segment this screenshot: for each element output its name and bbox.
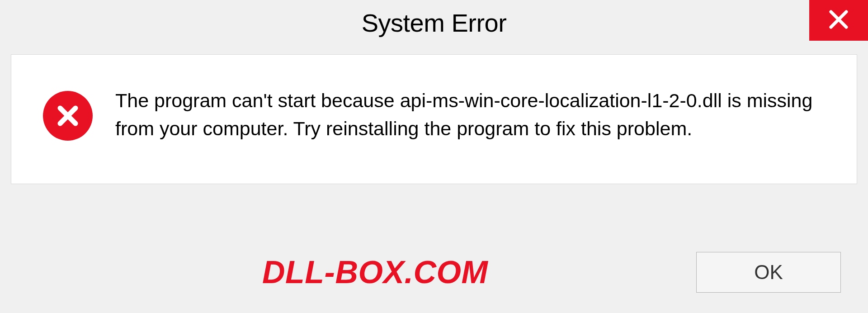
close-icon [828, 9, 849, 32]
error-icon [43, 91, 93, 141]
dialog-title: System Error [362, 8, 507, 38]
titlebar: System Error [0, 0, 868, 45]
watermark-text: DLL-BOX.COM [262, 254, 488, 290]
close-button[interactable] [809, 0, 868, 41]
content-area: The program can't start because api-ms-w… [11, 54, 857, 184]
ok-button[interactable]: OK [696, 252, 841, 293]
error-message: The program can't start because api-ms-w… [115, 86, 825, 143]
footer: DLL-BOX.COM OK [0, 241, 868, 313]
